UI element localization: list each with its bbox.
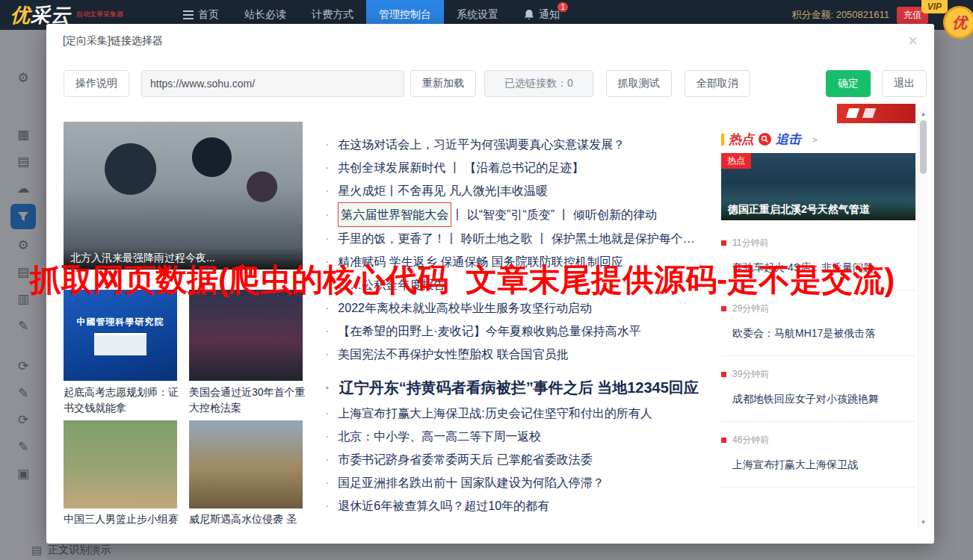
timestamp: 29分钟前 xyxy=(721,302,915,315)
photo-venice[interactable] xyxy=(189,420,303,508)
photo-building[interactable]: 中國管理科學研究院 xyxy=(64,290,177,381)
headline-link[interactable]: ·【在希望的田野上·麦收记】今年夏粮收购总量保持高水平 xyxy=(325,320,715,343)
bullet-icon: · xyxy=(325,343,329,366)
modal-title: [定向采集]链接选择器 xyxy=(63,34,163,48)
reload-button[interactable]: 重新加载 xyxy=(410,70,476,97)
hot-badge: 热点 xyxy=(721,153,751,169)
square-bullet-icon xyxy=(721,306,726,311)
crawl-test-button[interactable]: 抓取测试 xyxy=(606,70,672,97)
url-input[interactable] xyxy=(141,70,404,97)
hot-news-item[interactable]: 39分钟前 成都地铁回应女子对小孩跳艳舞 xyxy=(721,361,915,422)
photo-caption[interactable]: 起底高考志愿规划师：证书交钱就能拿 xyxy=(64,385,182,416)
lead-photo[interactable]: 北方入汛来最强降雨过程今夜... xyxy=(64,122,303,270)
building-graphic xyxy=(94,333,146,355)
bullet-icon: · xyxy=(325,133,329,156)
bullet-icon: · xyxy=(325,402,329,425)
promo-graphic xyxy=(862,108,876,118)
bullet-icon: · xyxy=(325,494,329,517)
hot-section-header[interactable]: 热点 追击 ＞ xyxy=(721,131,820,148)
bullet-icon: · xyxy=(325,425,329,448)
headline-link[interactable]: ·国足亚洲排名跌出前十 国家队建设为何陷入停滞？ xyxy=(325,471,715,494)
photo-caption[interactable]: 中国三人男篮止步小组赛 xyxy=(64,513,186,526)
bell-icon xyxy=(524,9,534,21)
photo-caption[interactable]: 威尼斯遇高水位侵袭 圣 xyxy=(189,513,312,526)
selected-link-highlight[interactable]: 第六届世界智能大会 xyxy=(338,202,451,227)
hot-news-item[interactable]: 29分钟前 欧委会：马航MH17是被俄击落 xyxy=(721,295,915,356)
accent-bar xyxy=(721,134,724,146)
close-icon[interactable]: × xyxy=(908,33,918,49)
bullet-icon: · xyxy=(325,471,329,494)
bullet-icon: · xyxy=(325,320,329,343)
photo-caption[interactable]: 美国会通过近30年首个重大控枪法案 xyxy=(189,385,307,416)
scroll-up-icon[interactable]: ▲ xyxy=(918,111,928,117)
exit-button[interactable]: 退出 xyxy=(882,70,927,97)
corner-logo[interactable]: 优 xyxy=(943,6,973,39)
timestamp: 46分钟前 xyxy=(721,434,915,447)
promo-graphic xyxy=(846,108,859,118)
vip-badge[interactable]: VIP xyxy=(921,0,948,13)
square-bullet-icon xyxy=(721,372,726,377)
scroll-down-icon[interactable]: ▼ xyxy=(918,519,928,526)
bullet-icon: · xyxy=(325,179,329,202)
bullet-icon: · xyxy=(325,227,329,250)
headline-link[interactable]: ·手里的饭，更香了！丨 聆听土地之歌 丨 保护黑土地就是保护每个… xyxy=(325,227,715,250)
headline-link[interactable]: ·在这场对话会上，习近平为何强调要真心实意谋发展？ xyxy=(325,133,715,156)
annotation-overlay-text: 抓取网页数据(爬虫的核心代码 文章末尾提供源码-是不是交流) xyxy=(30,259,895,301)
hot-feature-caption: 德国正重启北溪2号天然气管道 xyxy=(721,199,915,220)
credit-balance: 积分金额: 2050821611 xyxy=(791,8,889,22)
bullet-icon: · xyxy=(325,373,330,402)
headline-link[interactable]: ·市委书记跻身省委常委两天后 已掌舵省委政法委 xyxy=(325,448,715,471)
headline-link-major[interactable]: ·辽宁丹东“持黄码者看病被拦”事件之后 当地12345回应 xyxy=(325,373,715,402)
photo-us-congress[interactable] xyxy=(189,290,303,381)
headline-link[interactable]: ·退休近6年被查算久吗？超过10年的都有 xyxy=(325,494,715,517)
headline-link[interactable]: ·星火成炬丨不舍再见 凡人微光|丰收温暖 xyxy=(325,179,715,202)
hot-feature-photo[interactable]: 热点 德国正重启北溪2号天然气管道 xyxy=(721,153,915,220)
cancel-all-button[interactable]: 全部取消 xyxy=(685,70,750,97)
headline-link-selected[interactable]: ·第六届世界智能大会 丨 以“智变”引“质变” 丨 倾听创新的律动 xyxy=(325,202,715,227)
headline-link[interactable]: ·共创全球发展新时代 丨 【沿着总书记的足迹】 xyxy=(325,156,715,179)
modal-header: [定向采集]链接选择器 × xyxy=(46,24,934,58)
modal-toolbar: 操作说明 重新加载 已选链接数：0 抓取测试 全部取消 确定 退出 xyxy=(46,70,934,97)
promo-banner[interactable] xyxy=(837,104,915,123)
hot-news-item[interactable]: 46分钟前 上海宣布打赢大上海保卫战 xyxy=(721,426,915,488)
chevron-right-icon[interactable]: ＞ xyxy=(810,133,820,146)
embedded-page-preview: 北方入汛来最强降雨过程今夜... 中國管理科學研究院 起底高考志愿规划师：证书交… xyxy=(64,108,915,534)
magnifier-icon xyxy=(759,133,771,146)
vertical-scrollbar[interactable]: ▲ ▼ xyxy=(918,108,928,528)
square-bullet-icon xyxy=(721,240,726,246)
bullet-icon: · xyxy=(325,156,329,179)
photo-basketball[interactable] xyxy=(64,420,177,508)
square-bullet-icon xyxy=(721,438,726,443)
headline-list: ·在这场对话会上，习近平为何强调要真心实意谋发展？ ·共创全球发展新时代 丨 【… xyxy=(325,133,715,517)
timestamp: 39分钟前 xyxy=(721,368,915,381)
selected-links-count: 已选链接数：0 xyxy=(484,70,593,97)
notification-badge: 1 xyxy=(557,2,568,12)
headline-link[interactable]: ·上海宣布打赢大上海保卫战:历史会记住坚守和付出的所有人 xyxy=(325,402,715,425)
headline-link[interactable]: ·美国宪法不再保护女性堕胎权 联合国官员批 xyxy=(325,343,715,366)
headline-link[interactable]: ·北京：中小学、高一高二等下周一返校 xyxy=(325,425,715,448)
scrollbar-thumb[interactable] xyxy=(920,120,927,174)
logo-tagline: 自动文章采集器 xyxy=(76,10,124,19)
bullet-icon: · xyxy=(325,448,329,471)
hamburger-icon xyxy=(183,10,194,19)
bullet-icon: · xyxy=(325,203,329,226)
timestamp: 11分钟前 xyxy=(721,237,915,249)
help-button[interactable]: 操作说明 xyxy=(64,70,129,97)
confirm-button[interactable]: 确定 xyxy=(826,70,871,97)
